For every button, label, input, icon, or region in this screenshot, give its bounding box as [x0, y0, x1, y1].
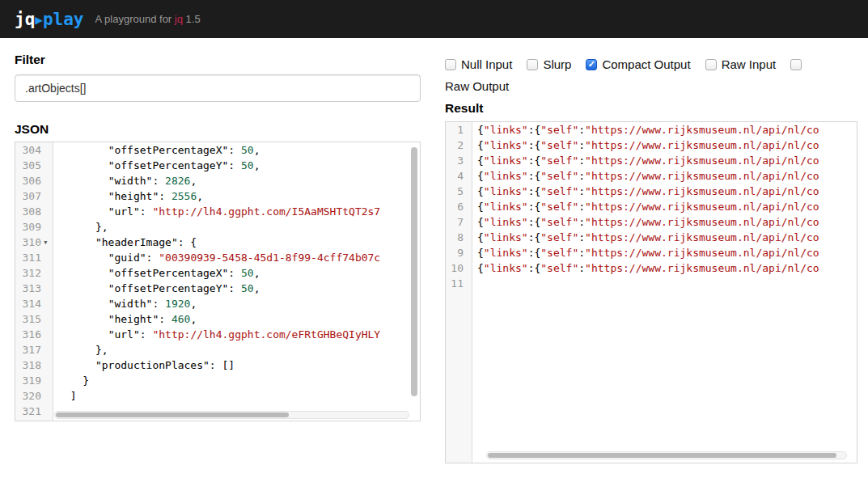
play-triangle-icon: ▶ [35, 12, 43, 27]
token-str: "self" [540, 247, 578, 259]
result-code-area[interactable]: {"links":{"self":"https://www.rijksmuseu… [473, 122, 857, 291]
token-num: 50 [241, 159, 254, 171]
token-num: 1920 [165, 298, 190, 310]
scrollbar-thumb[interactable] [411, 147, 417, 396]
option-label-compact-output: Compact Output [602, 57, 690, 71]
option-slurp[interactable]: Slurp [527, 57, 571, 71]
token-punc: : [228, 144, 241, 156]
horizontal-scrollbar[interactable] [486, 451, 847, 459]
horizontal-scrollbar[interactable] [54, 411, 409, 419]
token-punc: { [477, 124, 484, 136]
line-number: 318 [15, 357, 53, 373]
scrollbar-thumb[interactable] [56, 412, 289, 417]
token-punc: : [140, 328, 153, 341]
token-punc: : [578, 185, 585, 197]
token-punc: { [477, 216, 484, 228]
options-row: Null InputSlurp✓Compact OutputRaw Input [445, 57, 857, 71]
left-panel: Filter JSON 304305306307308309310▾311312… [15, 38, 421, 463]
token-punc: :{ [528, 262, 541, 274]
line-number-text: 305 [23, 158, 43, 173]
app-logo[interactable]: jq▶play [15, 10, 84, 29]
option-label-slurp: Slurp [543, 57, 571, 71]
token-punc: : [578, 262, 585, 274]
token-str: "self" [540, 139, 578, 151]
token-str: "https://www.rijksmuseum.nl/api/nl/co [585, 185, 819, 197]
line-number: 8 [446, 230, 472, 245]
option-raw-input[interactable]: Raw Input [705, 57, 777, 71]
token-num: 2556 [171, 190, 197, 202]
line-number-text: 313 [23, 281, 43, 296]
token-punc: :{ [528, 247, 541, 259]
tagline-text: A playground for [95, 13, 172, 25]
token-punc: :{ [528, 216, 541, 228]
code-line: {"links":{"self":"https://www.rijksmuseu… [477, 214, 857, 230]
token-str: "links" [484, 170, 528, 182]
token-str: "http://lh4.ggpht.com/eFRtGHBeQIyHLY [152, 328, 380, 341]
code-line: {"links":{"self":"https://www.rijksmuseu… [477, 122, 857, 137]
scrollbar-thumb[interactable] [488, 453, 836, 458]
line-number-text: 5 [457, 184, 465, 199]
line-number-gutter: 1234567891011 [446, 122, 472, 463]
result-editor[interactable]: 1234567891011 {"links":{"self":"https://… [445, 121, 857, 463]
token-punc: : [578, 139, 585, 151]
jq-link[interactable]: jq [175, 13, 183, 25]
token-str: "links" [484, 216, 528, 228]
code-line: {"links":{"self":"https://www.rijksmuseu… [477, 245, 857, 260]
checkbox-raw-output[interactable] [790, 59, 802, 70]
vertical-scrollbar[interactable] [411, 145, 417, 409]
fold-arrow-icon[interactable]: ▾ [43, 235, 53, 250]
code-line: {"links":{"self":"https://www.rijksmuseu… [477, 153, 857, 168]
logo-jq-text: jq [15, 10, 35, 29]
line-number: 320 [15, 388, 53, 404]
token-str: "links" [484, 154, 528, 167]
line-number-text: 9 [457, 245, 465, 260]
json-editor[interactable]: 304305306307308309310▾311312313314315316… [15, 142, 421, 421]
line-number: 308 [15, 204, 53, 219]
filter-input[interactable] [15, 74, 421, 102]
result-heading: Result [445, 101, 857, 116]
token-key: "width" [108, 298, 153, 310]
token-str: "self" [540, 262, 578, 274]
tagline: A playground for jq 1.5 [95, 13, 201, 25]
checkbox-slurp[interactable] [527, 59, 538, 70]
json-heading: JSON [15, 122, 421, 137]
token-str: "links" [484, 247, 528, 259]
option-null-input[interactable]: Null Input [445, 57, 512, 71]
token-str: "http://lh4.ggpht.com/I5AaMSHTtQT2s7 [152, 205, 380, 218]
token-str: "links" [484, 262, 528, 274]
token-punc: { [477, 247, 484, 259]
line-number: 1 [446, 122, 472, 137]
checkbox-null-input[interactable] [445, 59, 456, 70]
token-str: "self" [540, 185, 578, 197]
line-number: 316 [15, 327, 53, 342]
token-punc: { [477, 154, 484, 167]
token-key: "height" [108, 190, 159, 202]
line-number: 305 [15, 158, 53, 173]
option-raw-output[interactable] [790, 59, 807, 70]
json-code-area[interactable]: "offsetPercentageX": 50, "offsetPercenta… [54, 142, 420, 419]
line-number: 313 [15, 281, 53, 296]
token-punc: : [578, 170, 585, 182]
line-number-text: 319 [23, 373, 43, 388]
checkbox-compact-output[interactable]: ✓ [586, 59, 597, 70]
token-key: "offsetPercentageX" [108, 144, 229, 156]
code-line: "headerImage": { [57, 235, 420, 250]
option-compact-output[interactable]: ✓Compact Output [586, 57, 690, 71]
token-punc: , [254, 159, 260, 171]
line-number: 7 [446, 214, 472, 230]
line-number-text: 306 [23, 173, 43, 188]
line-number-text: 321 [23, 404, 43, 419]
token-punc: { [477, 170, 484, 182]
line-number: 9 [446, 245, 472, 260]
jq-version: 1.5 [186, 13, 201, 25]
token-key: "headerImage" [95, 236, 178, 248]
token-punc: { [477, 201, 484, 213]
option-label-raw-output[interactable]: Raw Output [445, 79, 857, 93]
code-line: "height": 2556, [57, 188, 420, 204]
token-str: "https://www.rijksmuseum.nl/api/nl/co [585, 170, 819, 182]
code-line: "offsetPercentageX": 50, [57, 142, 420, 158]
token-punc: { [477, 185, 484, 197]
option-label-raw-input: Raw Input [722, 57, 777, 71]
code-line: ] [57, 388, 420, 404]
checkbox-raw-input[interactable] [705, 59, 717, 70]
